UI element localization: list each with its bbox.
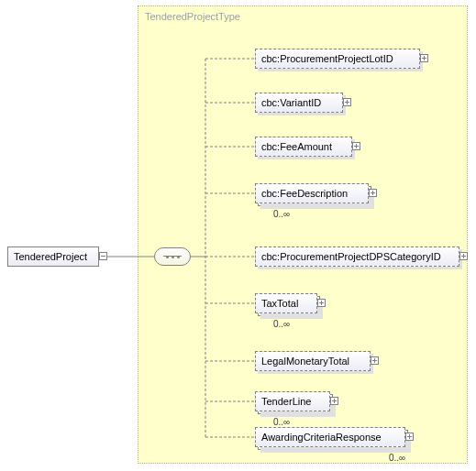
- plus-icon[interactable]: [317, 299, 326, 307]
- plus-icon[interactable]: [459, 252, 468, 260]
- minus-icon[interactable]: [99, 252, 107, 260]
- diagram-canvas: TenderedProjectType TenderedProject: [0, 0, 476, 471]
- root-element-label: TenderedProject: [14, 251, 87, 262]
- cardinality-label: 0..∞: [389, 453, 405, 463]
- element-label: cbc:ProcurementProjectDPSCategoryID: [261, 251, 441, 262]
- cardinality-label: 0..∞: [273, 417, 290, 427]
- element-label: cbc:VariantID: [261, 97, 321, 108]
- element-label: TaxTotal: [261, 298, 298, 309]
- plus-icon[interactable]: [369, 189, 377, 197]
- element-label: cbc:ProcurementProjectLotID: [261, 53, 393, 64]
- element-label: AwardingCriteriaResponse: [261, 432, 382, 443]
- plus-icon[interactable]: [352, 142, 360, 150]
- element-label: LegalMonetaryTotal: [261, 356, 349, 367]
- element-label: cbc:FeeAmount: [261, 141, 332, 152]
- plus-icon[interactable]: [405, 433, 414, 441]
- element-label: cbc:FeeDescription: [261, 188, 348, 199]
- element-label: TenderLine: [261, 396, 311, 407]
- plus-icon[interactable]: [420, 54, 428, 62]
- plus-icon[interactable]: [371, 356, 379, 365]
- complex-type-label: TenderedProjectType: [145, 11, 240, 22]
- cardinality-label: 0..∞: [273, 319, 290, 329]
- cardinality-label: 0..∞: [273, 209, 290, 219]
- plus-icon[interactable]: [343, 98, 351, 106]
- plus-icon[interactable]: [330, 397, 338, 405]
